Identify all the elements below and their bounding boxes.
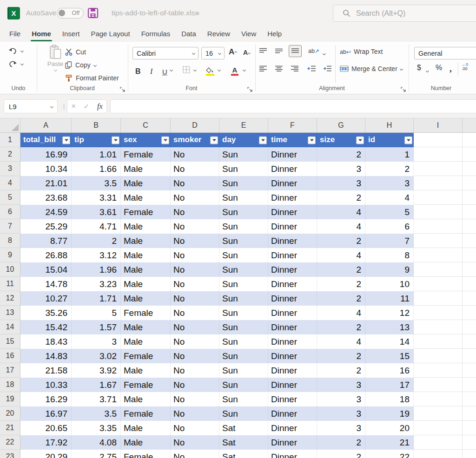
cell[interactable]: 21.01 — [20, 176, 72, 190]
empty-cell[interactable] — [414, 248, 463, 262]
cell[interactable]: 4 — [317, 306, 365, 320]
cell[interactable]: Sun — [219, 277, 268, 291]
column-header-E[interactable]: E — [219, 118, 268, 133]
cell[interactable]: No — [171, 205, 219, 219]
cell[interactable]: Male — [121, 176, 171, 190]
column-header-C[interactable]: C — [121, 118, 171, 133]
empty-cell[interactable] — [414, 450, 463, 458]
empty-cell[interactable] — [414, 162, 463, 176]
cell[interactable]: Sun — [219, 291, 268, 306]
borders-button[interactable] — [183, 64, 190, 76]
document-title[interactable]: tips-add-to-left-of-table.xlsx — [112, 0, 198, 26]
cell[interactable]: No — [171, 190, 219, 205]
row-header-23[interactable]: 23 — [0, 450, 20, 458]
empty-cell[interactable] — [463, 219, 476, 234]
empty-cell[interactable] — [414, 378, 463, 392]
empty-cell[interactable] — [463, 176, 476, 190]
cell[interactable]: 16.99 — [20, 147, 72, 162]
cell[interactable]: Sun — [219, 334, 268, 349]
copy-dropdown-icon[interactable] — [93, 63, 97, 66]
italic-button[interactable]: I — [150, 64, 152, 76]
cell[interactable]: Sun — [219, 320, 268, 334]
empty-cell[interactable] — [463, 162, 476, 176]
cell[interactable]: Sun — [219, 363, 268, 378]
cell[interactable]: 3 — [317, 378, 365, 392]
row-header-8[interactable]: 8 — [0, 234, 20, 248]
cell[interactable]: No — [171, 450, 219, 458]
cell[interactable]: Female — [121, 450, 171, 458]
cell[interactable]: 17 — [365, 378, 414, 392]
empty-cell[interactable] — [414, 262, 463, 277]
middle-align-button[interactable] — [275, 47, 283, 56]
empty-cell[interactable] — [414, 234, 463, 248]
cell[interactable]: 3 — [72, 334, 121, 349]
filter-button-smoker[interactable] — [210, 136, 218, 144]
number-format-select[interactable]: General — [414, 47, 476, 59]
empty-cell[interactable] — [414, 133, 463, 147]
cell[interactable]: 20 — [365, 421, 414, 435]
empty-cell[interactable] — [414, 421, 463, 435]
tab-formulas[interactable]: Formulas — [136, 26, 176, 42]
increase-indent-button[interactable] — [323, 65, 332, 73]
cell[interactable]: 4 — [317, 205, 365, 219]
cell[interactable]: Dinner — [268, 421, 317, 435]
cell[interactable]: 6 — [365, 219, 414, 234]
filter-button-time[interactable] — [308, 136, 316, 144]
cell[interactable]: Dinner — [268, 306, 317, 320]
currency-format-button[interactable]: $ — [417, 64, 421, 72]
cell[interactable]: No — [171, 147, 219, 162]
column-header-G[interactable]: G — [317, 118, 365, 133]
filter-button-id[interactable] — [404, 136, 412, 144]
paste-dropdown-icon[interactable] — [53, 68, 57, 72]
cell[interactable]: 3.35 — [72, 421, 121, 435]
cell[interactable]: 3 — [317, 162, 365, 176]
cell[interactable]: Dinner — [268, 262, 317, 277]
cell[interactable]: 3.71 — [72, 392, 121, 406]
row-header-1[interactable]: 1 — [0, 133, 20, 147]
empty-cell[interactable] — [463, 349, 476, 363]
empty-cell[interactable] — [463, 277, 476, 291]
cell[interactable]: 14.78 — [20, 277, 72, 291]
cell[interactable]: Dinner — [268, 277, 317, 291]
cell[interactable]: No — [171, 320, 219, 334]
cell[interactable]: No — [171, 349, 219, 363]
cell[interactable]: 15.04 — [20, 262, 72, 277]
empty-cell[interactable] — [463, 306, 476, 320]
search-box[interactable]: Search (Alt+Q) — [333, 5, 476, 22]
empty-cell[interactable] — [414, 176, 463, 190]
cell[interactable]: Sun — [219, 262, 268, 277]
cell[interactable]: 1.57 — [72, 320, 121, 334]
empty-cell[interactable] — [463, 392, 476, 406]
cell[interactable]: No — [171, 421, 219, 435]
empty-cell[interactable] — [463, 363, 476, 378]
cell[interactable]: 19 — [365, 406, 414, 421]
row-header-16[interactable]: 16 — [0, 349, 20, 363]
cell[interactable]: 3.92 — [72, 363, 121, 378]
tab-insert[interactable]: Insert — [57, 26, 86, 42]
cell[interactable]: 9 — [365, 262, 414, 277]
column-header-H[interactable]: H — [365, 118, 414, 133]
cell[interactable]: No — [171, 435, 219, 450]
bottom-align-button-selected[interactable] — [289, 45, 302, 57]
column-header-D[interactable]: D — [171, 118, 219, 133]
empty-cell[interactable] — [414, 205, 463, 219]
row-header-7[interactable]: 7 — [0, 219, 20, 234]
save-button[interactable] — [87, 7, 99, 19]
empty-cell[interactable] — [463, 248, 476, 262]
cell[interactable]: 2 — [317, 435, 365, 450]
cell[interactable]: Dinner — [268, 162, 317, 176]
cell[interactable]: 2 — [317, 450, 365, 458]
cell[interactable]: 21.58 — [20, 363, 72, 378]
underline-dropdown[interactable] — [170, 64, 172, 76]
cell[interactable]: 3.5 — [72, 176, 121, 190]
cell[interactable]: 20.29 — [20, 450, 72, 458]
cell[interactable]: No — [171, 162, 219, 176]
cell[interactable]: Male — [121, 277, 171, 291]
cell[interactable]: Sun — [219, 349, 268, 363]
cell[interactable]: Sat — [219, 421, 268, 435]
empty-cell[interactable] — [463, 320, 476, 334]
table-header-time[interactable]: time — [268, 133, 317, 147]
cell[interactable]: Dinner — [268, 147, 317, 162]
cell[interactable]: 14 — [365, 334, 414, 349]
cut-button[interactable]: Cut — [65, 46, 86, 58]
